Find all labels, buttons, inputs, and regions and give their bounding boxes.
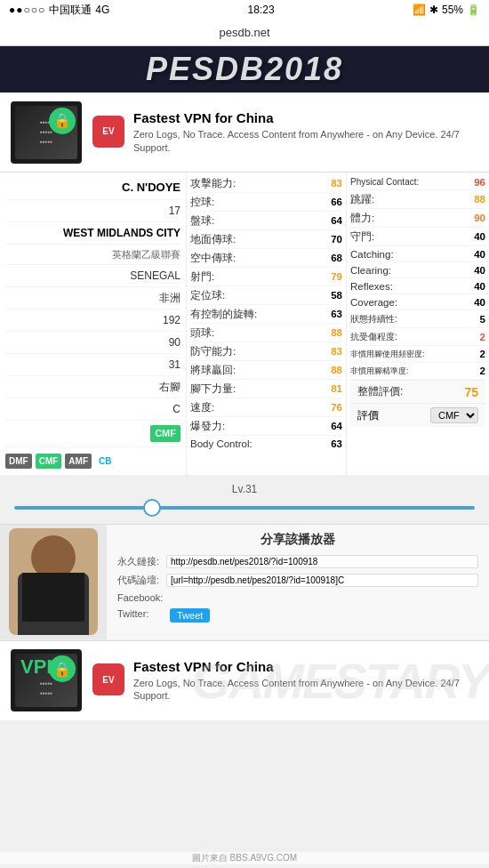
ad-banner-bottom[interactable]: VPN ▪▪▪▪▪▪▪▪▪▪ 🔒 EV Fastest VPN for Chin…	[0, 640, 489, 720]
rating-row: 評價 CMF DMF AMF	[350, 403, 485, 427]
permalink-label: 永久鏈接:	[117, 555, 166, 568]
bluetooth-icon: ✱	[429, 4, 438, 16]
stat-row: 定位球: 58	[190, 286, 342, 305]
share-info-panel: 分享該播放器 永久鏈接: http://pesdb.net/pes2018/?i…	[107, 525, 489, 639]
share-twitter-field: Twitter: Tweet	[117, 608, 478, 623]
ev-logo: EV	[92, 116, 124, 148]
slider-thumb[interactable]	[143, 499, 161, 517]
mid-stats-panel: 攻擊能力: 83 控球: 66 盤球: 64 地面傳球: 70 空中傳球: 68…	[187, 173, 347, 475]
stat-row: 狀態持續性: 5	[350, 310, 485, 328]
slider-track	[14, 506, 475, 510]
ad-bg-text: GAMESTARY	[191, 641, 489, 720]
stat-row: 地面傳球: 70	[190, 230, 342, 249]
level-section: Lv.31	[0, 476, 489, 525]
stat-row: 腳下力量: 81	[190, 380, 342, 398]
player-foot: 右腳	[5, 376, 180, 398]
carrier-label: 中国联通	[49, 3, 92, 18]
share-section: 分享該播放器 永久鏈接: http://pesdb.net/pes2018/?i…	[0, 525, 489, 640]
code-label: 代碼論壇:	[117, 574, 166, 587]
player-position-badge: CMF	[5, 421, 180, 447]
pos-dmf: DMF	[5, 454, 32, 469]
stat-row: Catching: 40	[350, 246, 485, 262]
status-right: 📶 ✱ 55% 🔋	[413, 4, 480, 16]
stat-row: 將球贏回: 88	[190, 361, 342, 380]
stat-row: 非慣用腳使用頻密度: 2	[350, 346, 485, 363]
pos-cb: CB	[95, 454, 115, 469]
player-alt-positions: DMF CMF AMF CB	[5, 447, 180, 471]
code-value[interactable]: [url=http://pesdb.net/pes2018/?id=100918…	[166, 574, 478, 587]
stat-row: 空中傳球: 68	[190, 249, 342, 268]
stat-row: 速度: 76	[190, 398, 342, 417]
player-shirt	[22, 573, 84, 622]
stat-row: 體力: 90	[350, 209, 485, 228]
ad-banner-top[interactable]: ▪▪▪▪▪▪▪▪▪▪▪▪▪▪▪ 🔒 EV Fastest VPN for Chi…	[0, 92, 489, 173]
stat-row: 守門: 40	[350, 228, 485, 246]
ad-title-area: Fastest VPN for China Zero Logs, No Trac…	[133, 110, 478, 154]
tweet-button[interactable]: Tweet	[170, 608, 210, 623]
stat-row: 控球: 66	[190, 193, 342, 212]
player-region: 非洲	[5, 287, 180, 309]
battery-icon: 🔋	[467, 4, 480, 16]
overall-label: 整體評價:	[357, 384, 403, 399]
player-number: 17	[5, 200, 180, 222]
overall-value: 75	[464, 385, 478, 399]
status-left: ●●○○○ 中国联通 4G	[9, 3, 109, 18]
stat-row: 有控制的旋轉: 63	[190, 305, 342, 324]
signal-icon: 📶	[413, 4, 426, 16]
twitter-label: Twitter:	[117, 608, 166, 619]
player-age: 90	[5, 332, 180, 354]
rating-position-select[interactable]: CMF DMF AMF	[430, 407, 478, 423]
vpn-keyboard-bottom: VPN ▪▪▪▪▪▪▪▪▪▪ 🔒	[15, 654, 77, 707]
stat-row: 射門: 79	[190, 268, 342, 286]
stat-row: 跳躍: 88	[350, 190, 485, 209]
player-id: 192	[5, 309, 180, 332]
vpn-lock-icon-bottom: 🔒	[49, 655, 76, 682]
player-name: C. N'DOYE	[5, 176, 180, 200]
share-facebook-field: Facebook:	[117, 592, 478, 603]
level-slider-container[interactable]	[14, 499, 475, 517]
expressvpn-logo: EV	[92, 116, 124, 149]
ad-title: Fastest VPN for China	[133, 110, 478, 126]
ev-logo-bottom: EV	[92, 663, 124, 695]
stat-row: 攻擊能力: 83	[190, 174, 342, 193]
stat-row: Body Control: 63	[190, 436, 342, 451]
player-team: WEST MIDLANDS CITY	[5, 222, 180, 245]
share-code-field: 代碼論壇: [url=http://pesdb.net/pes2018/?id=…	[117, 574, 478, 587]
permalink-value[interactable]: http://pesdb.net/pes2018/?id=100918	[166, 555, 478, 568]
ad-vpn-image-bottom: VPN ▪▪▪▪▪▪▪▪▪▪ 🔒	[11, 649, 82, 711]
site-logo: PESDB2018	[146, 51, 343, 88]
player-photo	[0, 525, 107, 639]
watermark: 圖片來自 BBS.A9VG.COM	[0, 852, 489, 864]
ad-description: Zero Logs, No Trace. Access Content from…	[133, 128, 478, 154]
vpn-keyboard: ▪▪▪▪▪▪▪▪▪▪▪▪▪▪▪ 🔒	[15, 106, 77, 159]
ad-vpn-image: ▪▪▪▪▪▪▪▪▪▪▪▪▪▪▪ 🔒	[11, 101, 82, 164]
player-weight: 31	[5, 354, 180, 376]
url-text: pesdb.net	[219, 26, 269, 39]
stat-row: 頭球: 88	[190, 324, 342, 342]
network-type: 4G	[95, 4, 109, 16]
battery-label: 55%	[442, 4, 463, 16]
player-silhouette	[9, 528, 98, 635]
expressvpn-logo-bottom: EV	[92, 663, 124, 697]
stat-row: Coverage: 40	[350, 294, 485, 310]
share-permalink-field: 永久鏈接: http://pesdb.net/pes2018/?id=10091…	[117, 555, 478, 568]
stat-row: 抗受傷程度: 2	[350, 328, 485, 346]
level-label: Lv.31	[14, 483, 475, 495]
time-display: 18:23	[248, 4, 275, 16]
pos-amf: AMF	[65, 454, 92, 469]
address-bar[interactable]: pesdb.net	[0, 20, 489, 46]
overall-rating-row: 整體評價: 75	[350, 380, 485, 403]
share-title: 分享該播放器	[117, 532, 478, 548]
status-bar: ●●○○○ 中国联通 4G 18:23 📶 ✱ 55% 🔋	[0, 0, 489, 20]
player-weak-foot: C	[5, 398, 180, 421]
stats-section: C. N'DOYE 17 WEST MIDLANDS CITY 英格蘭乙級聯賽 …	[0, 173, 489, 476]
header-banner: PESDB2018	[0, 46, 489, 92]
stat-row: Clearing: 40	[350, 262, 485, 278]
right-stats-panel: Physical Contact: 96 跳躍: 88 體力: 90 守門: 4…	[347, 173, 489, 475]
player-league: 英格蘭乙級聯賽	[5, 245, 180, 266]
player-info-panel: C. N'DOYE 17 WEST MIDLANDS CITY 英格蘭乙級聯賽 …	[0, 173, 187, 475]
player-body	[18, 573, 89, 635]
vpn-lock-icon: 🔒	[49, 108, 76, 134]
facebook-label: Facebook:	[117, 592, 166, 603]
stat-row: 盤球: 64	[190, 212, 342, 230]
